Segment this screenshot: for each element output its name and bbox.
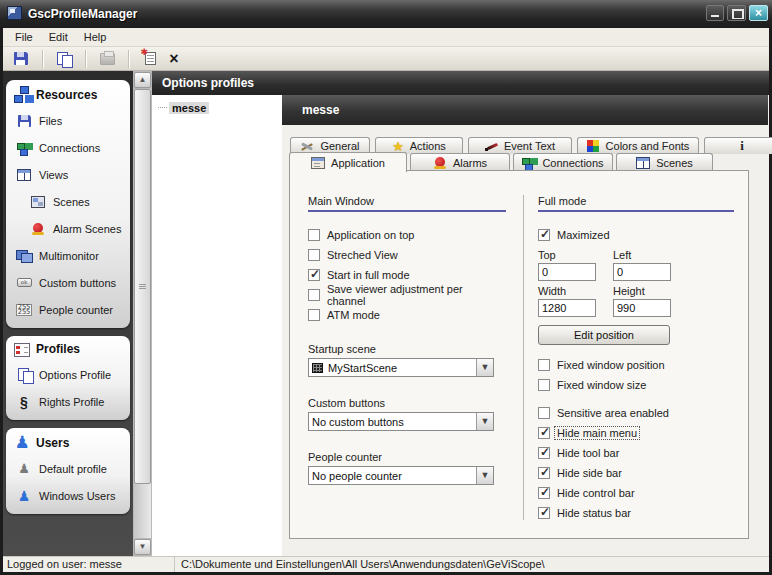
menu-edit[interactable]: Edit <box>42 29 75 45</box>
reload-profile-button[interactable] <box>138 49 162 69</box>
checkbox-application-on-top[interactable]: Application on top <box>308 225 506 245</box>
checkbox-box[interactable] <box>308 269 320 281</box>
checkbox-box[interactable] <box>308 289 320 301</box>
checkbox-maximized[interactable]: Maximized <box>538 225 734 245</box>
print-button[interactable] <box>95 49 119 69</box>
checkbox-label: Application on top <box>325 229 416 241</box>
tab-connections[interactable]: Connections <box>513 153 613 171</box>
people-counter-combobox[interactable]: No people counter ▼ <box>308 466 494 485</box>
alarm-scenes-icon <box>31 223 45 235</box>
sidebar-item-alarm-scenes[interactable]: Alarm Scenes <box>6 215 130 242</box>
tab-info[interactable]: i <box>704 137 772 154</box>
full-mode-group: Full mode Maximized Top Left <box>538 195 734 523</box>
checkbox-start-in-full-mode[interactable]: Start in full mode <box>308 265 506 285</box>
rights-profile-icon: § <box>20 395 28 409</box>
tab-colors-and-fonts[interactable]: Colors and Fonts <box>577 137 699 154</box>
sidebar-item-scenes[interactable]: Scenes <box>6 188 130 215</box>
checkbox-sensitive-area-enabled[interactable]: Sensitive area enabled <box>538 403 734 423</box>
checkbox-hide-side-bar[interactable]: Hide side bar <box>538 463 734 483</box>
sidebar-item-label: Files <box>39 115 62 127</box>
checkbox-box[interactable] <box>538 407 550 419</box>
checkbox-atm-mode[interactable]: ATM mode <box>308 305 506 325</box>
checkbox-box[interactable] <box>538 427 550 439</box>
sidebar-scrollbar[interactable]: ▲ ▼ <box>133 71 152 556</box>
sidebar-item-default-profile[interactable]: ♟ Default profile <box>6 455 130 482</box>
width-field[interactable] <box>538 299 596 317</box>
print-icon <box>100 53 115 65</box>
maximize-button[interactable] <box>727 5 746 21</box>
group-title: Full mode <box>538 195 734 212</box>
checkbox-box[interactable] <box>308 229 320 241</box>
sidebar-item-label: Options Profile <box>39 369 111 381</box>
checkbox-box[interactable] <box>308 309 320 321</box>
tab-label: Alarms <box>453 157 487 169</box>
top-label: Top <box>538 249 613 261</box>
checkbox-label: Hide status bar <box>555 507 633 519</box>
custom-buttons-combobox[interactable]: No custom buttons ▼ <box>308 412 494 431</box>
menu-help[interactable]: Help <box>77 29 114 45</box>
checkbox-box[interactable] <box>538 507 550 519</box>
sidebar-item-windows-users[interactable]: ♟ Windows Users <box>6 482 130 509</box>
tab-strip-bottom: Application Alarms Connections Scenes <box>289 153 713 171</box>
top-field[interactable] <box>538 263 596 281</box>
checkbox-save-viewer-adjustment[interactable]: Save viewer adjustment per channel <box>308 285 506 305</box>
checkbox-hide-tool-bar[interactable]: Hide tool bar <box>538 443 734 463</box>
sidebar-item-options-profile[interactable]: Options Profile <box>6 361 130 388</box>
tab-label: Scenes <box>656 157 693 169</box>
menu-file[interactable]: File <box>8 29 40 45</box>
copy-button[interactable] <box>52 49 76 69</box>
edit-position-button[interactable]: Edit position <box>538 325 670 345</box>
window-title: GscProfileManager <box>28 7 137 21</box>
tab-scenes[interactable]: Scenes <box>616 153 713 171</box>
scrollbar-thumb[interactable] <box>134 89 151 484</box>
checkbox-label: Sensitive area enabled <box>555 407 671 419</box>
checkbox-box[interactable] <box>538 379 550 391</box>
sidebar-item-people-counter[interactable]: 255255 People counter <box>6 296 130 323</box>
minimize-button[interactable] <box>706 5 724 21</box>
checkbox-box[interactable] <box>538 467 550 479</box>
tab-event-text[interactable]: Event Text <box>468 137 572 154</box>
checkbox-box[interactable] <box>538 487 550 499</box>
checkbox-hide-control-bar[interactable]: Hide control bar <box>538 483 734 503</box>
sidebar-item-multimonitor[interactable]: Multimonitor <box>6 242 130 269</box>
sidebar-item-label: Custom buttons <box>39 277 116 289</box>
sidebar-item-rights-profile[interactable]: § Rights Profile <box>6 388 130 415</box>
height-field[interactable] <box>613 299 671 317</box>
left-field[interactable] <box>613 263 671 281</box>
checkbox-box[interactable] <box>538 447 550 459</box>
window-body: Resources Files Connections Views Scenes <box>3 71 769 556</box>
close-button[interactable]: × <box>749 5 768 21</box>
checkbox-box[interactable] <box>308 249 320 261</box>
checkbox-fixed-window-size[interactable]: Fixed window size <box>538 375 734 395</box>
sidebar-item-label: Alarm Scenes <box>53 223 121 235</box>
chevron-down-icon[interactable]: ▼ <box>476 413 493 430</box>
tab-alarms[interactable]: Alarms <box>410 153 510 171</box>
checkbox-box[interactable] <box>538 359 550 371</box>
sidebar-item-views[interactable]: Views <box>6 161 130 188</box>
chevron-down-icon[interactable]: ▼ <box>476 467 493 484</box>
tab-application[interactable]: Application <box>289 152 407 172</box>
checkbox-streched-view[interactable]: Streched View <box>308 245 506 265</box>
chevron-down-icon[interactable]: ▼ <box>476 359 493 376</box>
width-label: Width <box>538 285 613 297</box>
scrollbar-track[interactable] <box>134 89 151 538</box>
checkbox-label: Hide side bar <box>555 467 624 479</box>
checkbox-box[interactable] <box>538 229 550 241</box>
tab-label: Actions <box>410 140 446 152</box>
sidebar-item-files[interactable]: Files <box>6 107 130 134</box>
delete-button[interactable]: × <box>162 49 186 69</box>
sidebar-section-header: Profiles <box>6 336 130 361</box>
save-button[interactable] <box>9 49 33 69</box>
checkbox-hide-main-menu[interactable]: Hide main menu <box>538 423 734 443</box>
scroll-down-icon[interactable]: ▼ <box>134 539 151 555</box>
checkbox-fixed-window-position[interactable]: Fixed window position <box>538 355 734 375</box>
titlebar[interactable]: GscProfileManager × <box>0 0 772 28</box>
sidebar-item-connections[interactable]: Connections <box>6 134 130 161</box>
combobox-value: MyStartScene <box>325 362 476 374</box>
scroll-up-icon[interactable]: ▲ <box>134 72 151 88</box>
startup-scene-combobox[interactable]: MyStartScene ▼ <box>308 358 494 377</box>
sidebar-item-custom-buttons[interactable]: ok Custom buttons <box>6 269 130 296</box>
tree-item-messe[interactable]: messe <box>158 99 282 116</box>
info-icon: i <box>740 138 744 154</box>
checkbox-hide-status-bar[interactable]: Hide status bar <box>538 503 734 523</box>
